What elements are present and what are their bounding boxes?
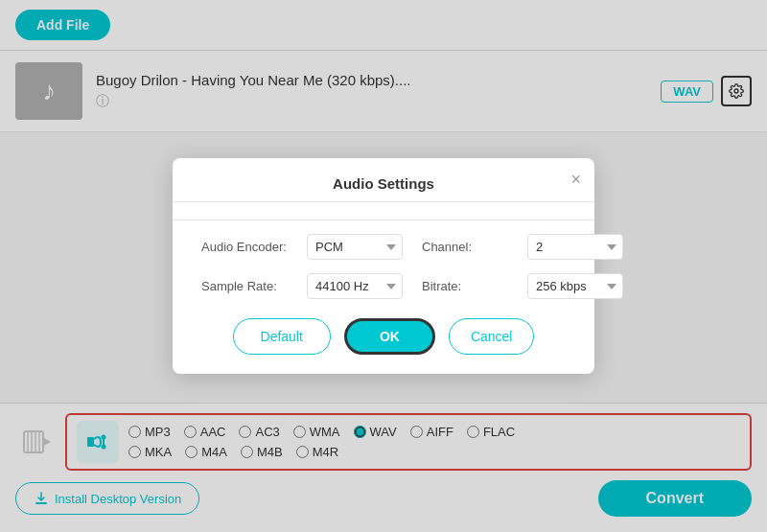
audio-encoder-label: Audio Encoder: <box>201 240 307 254</box>
modal-close-button[interactable]: × <box>570 170 581 190</box>
sample-rate-col: Sample Rate: 44100 Hz <box>201 273 403 299</box>
modal-title: Audio Settings <box>173 158 594 202</box>
sample-rate-select[interactable]: 44100 Hz <box>307 273 403 299</box>
settings-row-2: Sample Rate: 44100 Hz Bitrate: 256 kbps <box>201 273 566 299</box>
modal-footer: Default OK Cancel <box>173 318 594 355</box>
channel-label: Channel: <box>422 240 527 254</box>
channel-col: Channel: 2 <box>422 234 623 260</box>
ok-button[interactable]: OK <box>344 318 435 355</box>
channel-select[interactable]: 2 <box>527 234 623 260</box>
bitrate-label: Bitrate: <box>422 279 527 293</box>
audio-encoder-col: Audio Encoder: PCM <box>201 234 403 260</box>
default-button[interactable]: Default <box>233 318 331 355</box>
settings-row-1: Audio Encoder: PCM Channel: 2 <box>201 234 566 260</box>
modal-divider <box>173 220 594 220</box>
audio-settings-modal: Audio Settings × Audio Encoder: PCM Chan… <box>173 158 594 374</box>
modal-body: Audio Encoder: PCM Channel: 2 Sample Rat… <box>173 234 594 299</box>
modal-overlay: Audio Settings × Audio Encoder: PCM Chan… <box>0 0 767 532</box>
cancel-button[interactable]: Cancel <box>449 318 535 355</box>
bitrate-select[interactable]: 256 kbps <box>527 273 623 299</box>
audio-encoder-select[interactable]: PCM <box>307 234 403 260</box>
bitrate-col: Bitrate: 256 kbps <box>422 273 623 299</box>
sample-rate-label: Sample Rate: <box>201 279 307 293</box>
